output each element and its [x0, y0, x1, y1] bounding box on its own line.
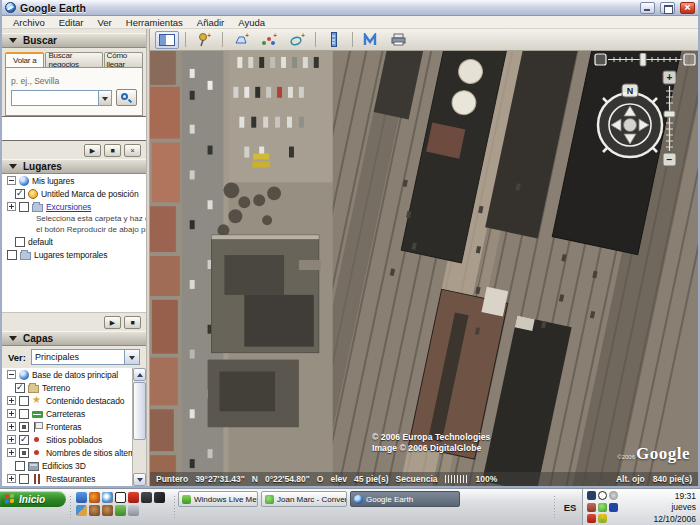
photo-viewer-icon[interactable] — [141, 492, 152, 503]
tray-icon-phone[interactable] — [587, 503, 596, 512]
notes-icon[interactable] — [128, 505, 139, 516]
search-input[interactable] — [11, 90, 98, 106]
menu-editar[interactable]: Editar — [52, 17, 91, 28]
tree-item-contenido-destacado[interactable]: Contenido destacado — [2, 394, 146, 407]
messenger-buddies-icon[interactable] — [115, 505, 126, 516]
task-google-earth[interactable]: Google Earth — [350, 491, 460, 507]
start-button[interactable]: Inicio — [0, 491, 66, 507]
compass-center-knob[interactable] — [624, 119, 637, 132]
chevron-down-icon[interactable] — [124, 350, 139, 364]
media-player-icon[interactable] — [102, 492, 113, 503]
minimize-button[interactable] — [640, 2, 655, 14]
tray-icon-clock[interactable] — [609, 491, 618, 500]
checkbox[interactable] — [19, 435, 29, 445]
menu-archivo[interactable]: Archivo — [6, 17, 52, 28]
tree-item-base-datos[interactable]: Base de datos principal — [2, 368, 146, 381]
places-panel-header[interactable]: Lugares — [2, 159, 146, 174]
add-placemark-button[interactable]: + — [192, 31, 216, 49]
expander-icon[interactable] — [7, 448, 16, 457]
scroll-up-button[interactable] — [133, 368, 146, 381]
checkbox[interactable] — [15, 189, 25, 199]
tree-item-excursiones[interactable]: Excursiones — [2, 200, 146, 213]
close-button[interactable] — [680, 2, 695, 14]
search-panel-header[interactable]: Buscar — [2, 33, 146, 48]
tilt-top-button[interactable] — [595, 54, 606, 65]
task-windows-live-messenger[interactable]: Windows Live Messen... — [178, 491, 258, 507]
tree-item-alojamiento[interactable]: Alojamiento — [2, 485, 146, 486]
panda-antivirus-icon[interactable] — [115, 492, 126, 503]
expander-icon[interactable] — [7, 422, 16, 431]
scroll-down-button[interactable] — [133, 473, 146, 486]
tree-item-sitios-poblados[interactable]: Sitios poblados — [2, 433, 146, 446]
tray-icon-messenger[interactable] — [598, 503, 607, 512]
checkbox[interactable] — [19, 448, 29, 458]
tray-icon-voip[interactable] — [587, 514, 596, 523]
tree-item-mis-lugares[interactable]: Mis lugares — [2, 174, 146, 187]
tab-como-llegar[interactable]: Cómo llegar — [104, 52, 143, 67]
pdf-icon[interactable] — [128, 492, 139, 503]
checkbox[interactable] — [19, 396, 29, 406]
navigation-controls[interactable]: N + — [582, 53, 698, 181]
tree-item-restaurantes[interactable]: Restaurantes — [2, 472, 146, 485]
stop-button[interactable]: ■ — [104, 144, 121, 157]
view-select[interactable]: Principales — [31, 349, 140, 365]
add-polygon-button[interactable]: + — [229, 31, 253, 49]
taskbar-handle[interactable] — [171, 489, 177, 525]
menu-ver[interactable]: Ver — [91, 17, 119, 28]
tray-icon-network[interactable] — [609, 503, 618, 512]
expander-icon[interactable] — [7, 435, 16, 444]
tray-icon-panda[interactable] — [598, 491, 607, 500]
titlebar[interactable]: Google Earth — [2, 0, 698, 16]
tree-item-untitled-placemark[interactable]: Untitled Marca de posición — [2, 187, 146, 200]
checkbox[interactable] — [19, 202, 29, 212]
emule-icon[interactable] — [89, 505, 100, 516]
search-results-list[interactable] — [2, 116, 146, 141]
search-button[interactable] — [116, 89, 137, 106]
tree-item-fronteras[interactable]: Fronteras — [2, 420, 146, 433]
add-path-button[interactable]: + — [257, 31, 281, 49]
pen-tool-icon[interactable] — [154, 492, 165, 503]
expander-icon[interactable] — [7, 202, 16, 211]
play-button[interactable]: ▶ — [104, 316, 121, 329]
tilt-slider-handle[interactable] — [640, 53, 646, 66]
checkbox[interactable] — [15, 237, 25, 247]
tree-item-edificios-3d[interactable]: Edificios 3D — [2, 459, 146, 472]
taskbar-handle[interactable] — [67, 489, 73, 525]
picture-icon[interactable] — [76, 505, 87, 516]
search-dropdown-button[interactable] — [98, 90, 112, 106]
restore-button[interactable] — [660, 2, 675, 14]
delete-button[interactable]: × — [124, 144, 141, 157]
expander-icon[interactable] — [7, 396, 16, 405]
tree-item-lugares-temporales[interactable]: Lugares temporales — [2, 248, 146, 261]
expander-icon[interactable] — [7, 474, 16, 483]
tree-item-terreno[interactable]: Terreno — [2, 381, 146, 394]
checkbox[interactable] — [19, 422, 29, 432]
checkbox[interactable] — [15, 461, 25, 471]
scrollbar-thumb[interactable] — [133, 382, 146, 440]
tab-volar-a[interactable]: Volar a — [5, 52, 44, 67]
print-button[interactable] — [387, 31, 411, 49]
menu-herramientas[interactable]: Herramientas — [119, 17, 190, 28]
tray-icon-display[interactable] — [587, 491, 596, 500]
play-button[interactable]: ▶ — [84, 144, 101, 157]
checkbox[interactable] — [15, 383, 25, 393]
measure-button[interactable] — [322, 31, 346, 49]
tree-item-nombres-alternativos[interactable]: Nombres de sitios alternativos — [2, 446, 146, 459]
checkbox[interactable] — [7, 250, 17, 260]
tray-icon-update[interactable] — [598, 514, 607, 523]
emule-icon-2[interactable] — [102, 505, 113, 516]
zoom-slider-handle[interactable] — [664, 111, 675, 117]
layers-panel-header[interactable]: Capas — [2, 331, 146, 346]
expander-icon[interactable] — [7, 370, 16, 379]
add-image-overlay-button[interactable]: + — [285, 31, 309, 49]
tilt-bottom-button[interactable] — [684, 54, 695, 65]
stop-button[interactable]: ■ — [124, 316, 141, 329]
internet-explorer-icon[interactable] — [76, 492, 87, 503]
task-joan-marc-conversation[interactable]: Joan Marc - Convers... — [261, 491, 347, 507]
email-button[interactable] — [359, 31, 383, 49]
menu-ayuda[interactable]: Ayuda — [231, 17, 272, 28]
tree-item-carreteras[interactable]: Carreteras — [2, 407, 146, 420]
checkbox[interactable] — [19, 474, 29, 484]
expander-icon[interactable] — [7, 176, 16, 185]
checkbox[interactable] — [19, 409, 29, 419]
